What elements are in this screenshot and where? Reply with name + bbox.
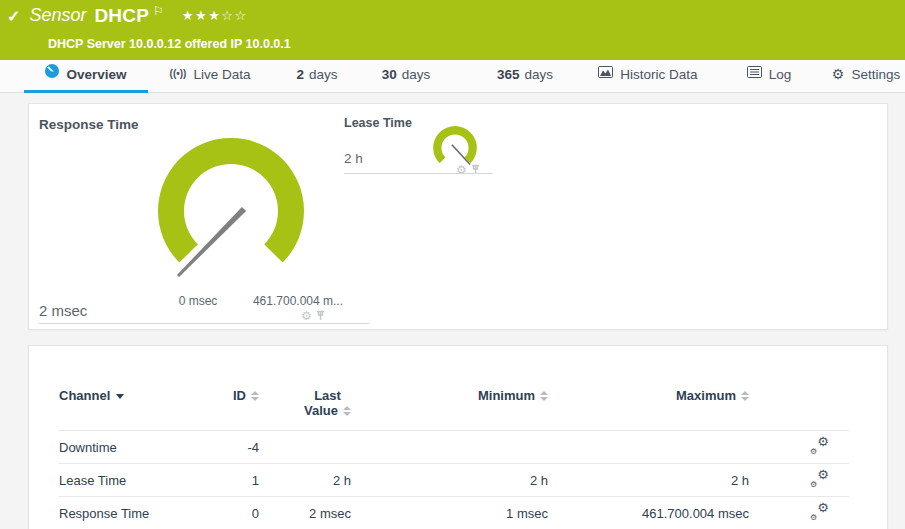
stars-filled: ★★★: [182, 8, 221, 23]
sensor-header: ✓ Sensor DHCP ⚐ ★★★☆☆ DHCP Server 10.0.0…: [0, 0, 905, 60]
tab-live-data[interactable]: ((•))Live Data: [160, 60, 260, 93]
tab-label: Settings: [851, 67, 900, 82]
tab-bar: Overview ((•))Live Data 2days 30days 365…: [0, 60, 905, 93]
gauge-block-divider: [344, 173, 493, 174]
table-row: Response Time 0 2 msec 1 msec 461.700.00…: [59, 497, 849, 529]
sensor-name: DHCP: [94, 5, 149, 27]
gauges-panel: Response Time 0 msec 461.700.004 m... 2 …: [28, 103, 888, 330]
tab-settings[interactable]: ⚙Settings: [830, 60, 902, 93]
channel-id: 0: [209, 497, 259, 529]
sensor-status-message: DHCP Server 10.0.0.12 offered IP 10.0.0.…: [48, 37, 291, 51]
gauge-pin-icon[interactable]: [471, 161, 480, 179]
stars-empty: ☆☆: [221, 8, 247, 23]
channel-id: -4: [209, 431, 259, 464]
channel-settings-gears-icon[interactable]: ⚙⚙: [810, 503, 829, 520]
sort-icon: [741, 391, 749, 401]
tab-365-days[interactable]: 365days: [483, 60, 567, 93]
channel-table-panel: Channel ID Last Value Minimum Maximum: [28, 345, 888, 529]
gauge-settings-gear-icon[interactable]: ⚙: [456, 164, 467, 176]
tab-number: 2: [296, 67, 304, 82]
gear-icon: ⚙: [832, 59, 845, 89]
tab-log[interactable]: Log: [738, 60, 800, 93]
channel-maximum: 461.700.004 msec: [548, 497, 749, 529]
header-label: Value: [304, 403, 338, 418]
sort-icon: [251, 391, 259, 401]
tab-number: 30: [382, 67, 397, 82]
gauge-icon: [45, 59, 59, 89]
channel-maximum: 2 h: [548, 464, 749, 497]
flag-icon[interactable]: ⚐: [153, 4, 164, 18]
column-header-channel[interactable]: Channel: [59, 382, 209, 431]
historic-chart-icon: [598, 59, 613, 89]
table-row: Lease Time 1 2 h 2 h 2 h ⚙⚙: [59, 464, 849, 497]
sort-icon: [343, 406, 351, 416]
tab-label: days: [525, 67, 554, 82]
column-header-id[interactable]: ID: [209, 382, 259, 431]
column-header-maximum[interactable]: Maximum: [548, 382, 749, 431]
channel-maximum: [548, 431, 749, 464]
log-icon: [747, 59, 762, 89]
column-header-minimum[interactable]: Minimum: [351, 382, 548, 431]
tab-30-days[interactable]: 30days: [368, 60, 444, 93]
header-label: Last: [314, 388, 341, 403]
lease-time-gauge-title: Lease Time: [344, 116, 412, 130]
tab-overview[interactable]: Overview: [24, 60, 148, 93]
table-row: Downtime -4 ⚙⚙: [59, 431, 849, 464]
tab-historic-data[interactable]: Historic Data: [590, 60, 706, 93]
column-header-last-value[interactable]: Last Value: [259, 382, 351, 431]
channel-settings-gears-icon[interactable]: ⚙⚙: [810, 470, 829, 487]
tab-label: days: [309, 67, 338, 82]
channel-table: Channel ID Last Value Minimum Maximum: [59, 382, 849, 529]
channel-settings-gears-icon[interactable]: ⚙⚙: [810, 437, 829, 454]
gauge-block-divider: [39, 323, 369, 324]
channel-last-value: [259, 431, 351, 464]
tab-number: 365: [497, 67, 520, 82]
channel-minimum: 1 msec: [351, 497, 548, 529]
object-kind-label: Sensor: [29, 5, 86, 26]
sort-caret-icon: [116, 394, 124, 399]
header-label: Maximum: [676, 388, 736, 403]
tab-2-days[interactable]: 2days: [282, 60, 352, 93]
lease-time-current-value: 2 h: [344, 151, 363, 166]
channel-last-value: 2 h: [259, 464, 351, 497]
sort-icon: [540, 391, 548, 401]
channel-id: 1: [209, 464, 259, 497]
channel-last-value: 2 msec: [259, 497, 351, 529]
gauge-scale-min: 0 msec: [159, 294, 237, 308]
tab-label: Log: [769, 67, 792, 82]
header-label: Channel: [59, 388, 110, 403]
tab-label: days: [402, 67, 431, 82]
column-header-actions: [749, 382, 849, 431]
status-ok-icon: ✓: [7, 7, 20, 26]
header-label: ID: [233, 388, 246, 403]
tab-label: Overview: [66, 67, 126, 82]
response-time-gauge: [156, 136, 306, 286]
header-label: Minimum: [478, 388, 535, 403]
live-data-icon: ((•)): [170, 59, 187, 89]
channel-name[interactable]: Lease Time: [59, 464, 209, 497]
channel-minimum: 2 h: [351, 464, 548, 497]
channel-minimum: [351, 431, 548, 464]
tab-label: Historic Data: [620, 67, 697, 82]
response-time-gauge-title: Response Time: [39, 117, 139, 132]
response-time-current-value: 2 msec: [39, 302, 87, 319]
channel-name[interactable]: Response Time: [59, 497, 209, 529]
gauge-settings-gear-icon[interactable]: ⚙: [301, 310, 312, 322]
priority-stars[interactable]: ★★★☆☆: [182, 8, 248, 23]
channel-name[interactable]: Downtime: [59, 431, 209, 464]
gauge-scale-max: 461.700.004 m...: [251, 294, 343, 308]
tab-label: Live Data: [193, 67, 250, 82]
